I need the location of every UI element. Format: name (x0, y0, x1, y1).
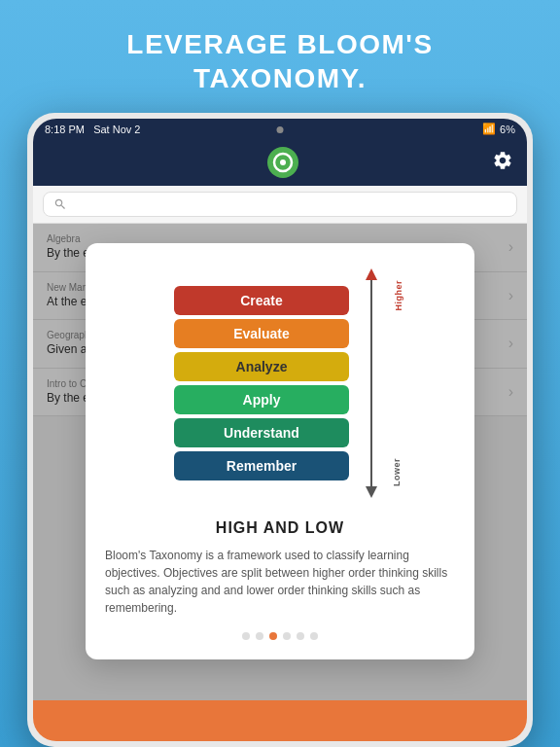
search-icon (53, 197, 67, 211)
dot-5[interactable] (297, 632, 304, 640)
app-logo (267, 147, 298, 178)
pagination-dots (105, 632, 455, 640)
taxonomy-analyze: Analyze (174, 352, 349, 381)
dot-1[interactable] (242, 632, 250, 640)
status-time-date: 8:18 PM Sat Nov 2 (45, 124, 140, 135)
dot-6[interactable] (310, 632, 318, 640)
svg-point-1 (280, 160, 286, 165)
taxonomy-levels: Create Evaluate Analyze Apply (174, 286, 349, 480)
battery-icon: 6% (500, 124, 515, 135)
bottom-bar (33, 700, 527, 741)
dot-2[interactable] (256, 632, 263, 640)
search-bar (33, 186, 527, 224)
dot-4[interactable] (283, 632, 291, 640)
status-time: 8:18 PM (45, 124, 85, 135)
gear-icon (492, 150, 513, 171)
taxonomy-arrow: Higher Lower (357, 267, 386, 500)
svg-marker-4 (366, 486, 377, 498)
svg-marker-3 (366, 268, 377, 280)
app-header (33, 139, 527, 186)
course-list: Algebra By the end of this lesson, stude… (33, 224, 527, 700)
taxonomy-diagram: Create Evaluate Analyze Apply (105, 267, 455, 500)
logo-icon (272, 152, 294, 173)
status-indicators: 📶 6% (482, 123, 515, 135)
page-header: LEVERAGE BLOOM'S TAXONOMY. (88, 0, 472, 113)
tablet-frame: 8:18 PM Sat Nov 2 📶 6% (27, 113, 533, 747)
arrow-higher-label: Higher (394, 280, 403, 311)
modal-description: Bloom's Taxonomy is a framework used to … (105, 547, 455, 617)
dot-3[interactable] (269, 632, 277, 640)
arrow-svg (357, 267, 386, 500)
header-line2: TAXONOMY. (193, 63, 367, 93)
taxonomy-remember: Remember (174, 451, 349, 480)
settings-button[interactable] (492, 150, 513, 175)
taxonomy-understand: Understand (174, 418, 349, 447)
modal-title: HIGH AND LOW (105, 519, 455, 537)
status-date: Sat Nov 2 (93, 124, 140, 135)
header-line1: LEVERAGE BLOOM'S (126, 29, 433, 59)
search-input[interactable] (43, 192, 517, 217)
arrow-lower-label: Lower (392, 458, 402, 486)
modal-overlay: Create Evaluate Analyze Apply (33, 224, 527, 700)
battery-level: 6% (500, 124, 515, 135)
taxonomy-create: Create (174, 286, 349, 315)
camera (277, 126, 284, 133)
wifi-icon: 📶 (482, 123, 496, 135)
modal-card: Create Evaluate Analyze Apply (86, 243, 474, 659)
taxonomy-apply: Apply (174, 385, 349, 414)
taxonomy-evaluate: Evaluate (174, 319, 349, 348)
